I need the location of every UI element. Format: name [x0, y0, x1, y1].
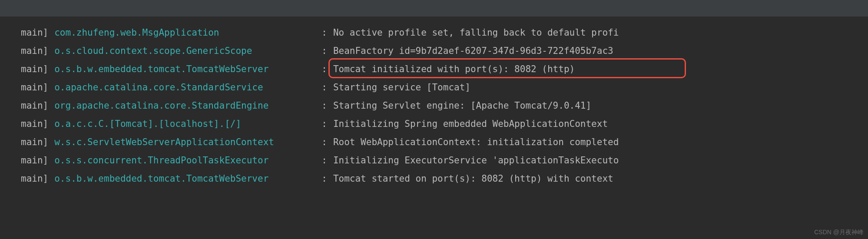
thread-name: main] — [21, 115, 48, 133]
log-separator: : — [321, 78, 327, 96]
log-separator: : — [321, 151, 327, 169]
thread-name: main] — [21, 133, 48, 151]
log-message: Starting Servlet engine: [Apache Tomcat/… — [333, 96, 591, 115]
logger-name: o.s.b.w.embedded.tomcat.TomcatWebServer — [54, 173, 268, 184]
logger-name: o.apache.catalina.core.StandardService — [54, 82, 263, 93]
log-separator: : — [321, 133, 327, 151]
log-separator: : — [321, 23, 327, 42]
log-line: main] org.apache.catalina.core.StandardE… — [21, 96, 868, 115]
thread-name: main] — [21, 151, 48, 169]
log-message: Initializing Spring embedded WebApplicat… — [333, 115, 608, 133]
log-line: main] o.s.s.concurrent.ThreadPoolTaskExe… — [21, 151, 868, 169]
logger-name: o.s.cloud.context.scope.GenericScope — [54, 46, 252, 56]
thread-name: main] — [21, 169, 48, 188]
log-line: main] o.s.cloud.context.scope.GenericSco… — [21, 42, 868, 60]
log-message: Root WebApplicationContext: initializati… — [333, 133, 619, 151]
logger-name: com.zhufeng.web.MsgApplication — [54, 27, 219, 38]
log-separator: : — [321, 60, 327, 78]
log-message: Tomcat started on port(s): 8082 (http) w… — [333, 169, 613, 188]
log-message: No active profile set, falling back to d… — [333, 23, 619, 42]
log-line: main] com.zhufeng.web.MsgApplication : N… — [21, 23, 868, 42]
log-separator: : — [321, 115, 327, 133]
log-message: Starting service [Tomcat] — [333, 78, 470, 96]
thread-name: main] — [21, 60, 48, 78]
watermark: CSDN @月夜神峰 — [814, 229, 864, 236]
log-line: main] o.apache.catalina.core.StandardSer… — [21, 78, 868, 96]
logger-name: o.s.s.concurrent.ThreadPoolTaskExecutor — [54, 155, 268, 166]
log-line: main] w.s.c.ServletWebServerApplicationC… — [21, 133, 868, 151]
log-message: BeanFactory id=9b7d2aef-6207-347d-96d3-7… — [333, 42, 613, 60]
log-message: Tomcat initialized with port(s): 8082 (h… — [333, 60, 575, 78]
logger-name: org.apache.catalina.core.StandardEngine — [54, 100, 268, 111]
logger-name: o.a.c.c.C.[Tomcat].[localhost].[/] — [54, 119, 241, 129]
log-message: Initializing ExecutorService 'applicatio… — [333, 151, 619, 169]
thread-name: main] — [21, 96, 48, 115]
top-bar — [0, 0, 868, 17]
thread-name: main] — [21, 78, 48, 96]
log-separator: : — [321, 169, 327, 188]
log-line: main] o.a.c.c.C.[Tomcat].[localhost].[/]… — [21, 115, 868, 133]
logger-name: o.s.b.w.embedded.tomcat.TomcatWebServer — [54, 64, 268, 74]
log-container: main] com.zhufeng.web.MsgApplication : N… — [0, 17, 868, 188]
thread-name: main] — [21, 42, 48, 60]
log-line: main] o.s.b.w.embedded.tomcat.TomcatWebS… — [21, 60, 868, 78]
log-separator: : — [321, 96, 327, 115]
thread-name: main] — [21, 23, 48, 42]
logger-name: w.s.c.ServletWebServerApplicationContext — [54, 137, 274, 147]
log-separator: : — [321, 42, 327, 60]
log-line: main] o.s.b.w.embedded.tomcat.TomcatWebS… — [21, 169, 868, 188]
